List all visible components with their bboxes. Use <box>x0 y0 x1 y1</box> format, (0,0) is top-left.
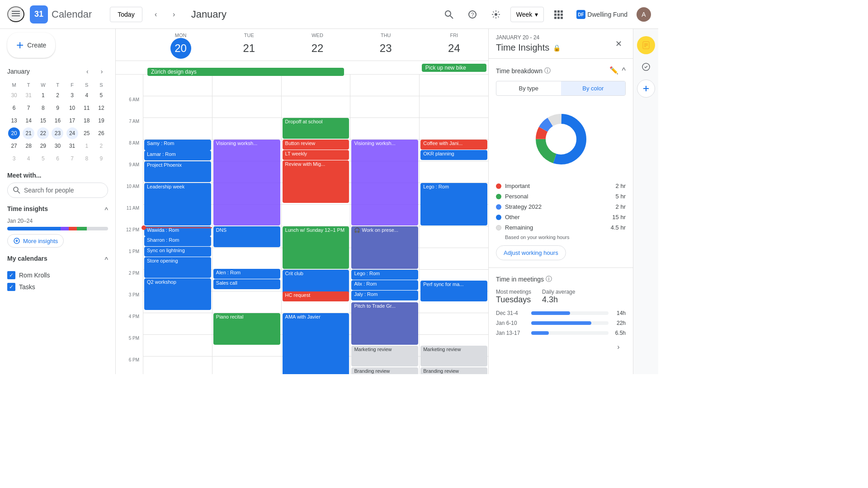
settings-icon-btn[interactable] <box>487 5 505 23</box>
mini-cal-day[interactable]: 22 <box>37 127 49 139</box>
leadership-week-event[interactable]: Leadership week <box>144 183 211 225</box>
pitch-trade-event[interactable]: Pitch to Trade Gr... <box>351 302 418 345</box>
rom-checkbox[interactable]: ✓ <box>7 271 15 279</box>
day-num-24[interactable]: 24 <box>443 38 464 59</box>
mini-cal-day[interactable]: 30 <box>8 89 20 101</box>
calendars-collapse[interactable]: ^ <box>104 256 108 264</box>
mini-cal-day[interactable]: 23 <box>52 127 63 139</box>
dns-event[interactable]: DNS <box>213 226 280 247</box>
today-button[interactable]: Today <box>110 7 142 22</box>
close-panel-button[interactable]: ✕ <box>611 37 626 51</box>
visioning-tue-event[interactable]: Visioning worksh... <box>213 140 280 225</box>
mini-cal-day[interactable]: 15 <box>37 115 49 127</box>
apps-icon-btn[interactable] <box>549 5 567 23</box>
day-num-20[interactable]: 20 <box>170 38 191 59</box>
perf-sync-event[interactable]: Perf sync for ma... <box>420 281 487 301</box>
mini-cal-day[interactable]: 31 <box>66 140 78 152</box>
zurich-event[interactable]: Zürich design days <box>147 68 344 76</box>
next-button[interactable]: › <box>166 6 182 23</box>
strip-tasks-icon[interactable] <box>637 58 655 76</box>
branding-thu-event[interactable]: Branding review <box>351 367 418 374</box>
sync-lightning-event[interactable]: Sync on lightning <box>144 247 211 257</box>
project-phoenix-event[interactable]: Project Phoenix <box>144 161 211 182</box>
coffee-jani-event[interactable]: Coffee with Jani... <box>420 140 487 150</box>
mini-cal-day[interactable]: 4 <box>23 153 34 164</box>
mini-cal-day[interactable]: 9 <box>52 102 63 114</box>
adjust-hours-button[interactable]: Adjust working hours <box>496 245 566 260</box>
ama-javier-event[interactable]: AMA with Javier <box>283 313 349 374</box>
mini-cal-day[interactable]: 27 <box>8 140 20 152</box>
strip-notes-icon[interactable] <box>637 36 655 54</box>
tasks-checkbox[interactable]: ✓ <box>7 283 15 291</box>
user-avatar[interactable]: A <box>637 7 651 22</box>
pickup-bike-event[interactable]: Pick up new bike <box>422 64 486 72</box>
mini-cal-day[interactable]: 6 <box>8 102 20 114</box>
calendar-item-rom[interactable]: ✓ Rom Krolls <box>7 269 108 281</box>
sales-call-event[interactable]: Sales call <box>213 279 280 289</box>
mini-cal-today[interactable]: 20 <box>8 127 20 139</box>
time-insights-collapse[interactable]: ^ <box>104 206 108 215</box>
mini-cal-day[interactable]: 2 <box>52 89 63 101</box>
mini-cal-day[interactable]: 2 <box>95 140 107 152</box>
breakdown-info-icon[interactable]: ⓘ <box>544 67 551 75</box>
search-people-input[interactable]: Search for people <box>7 183 108 198</box>
mini-cal-day[interactable]: 7 <box>66 153 78 164</box>
more-insights-button[interactable]: More insights <box>7 234 64 248</box>
mini-cal-day[interactable]: 21 <box>23 127 34 139</box>
mini-cal-day[interactable]: 11 <box>81 102 93 114</box>
company-logo[interactable]: DF Dwelling Fund <box>573 8 631 21</box>
breakdown-edit-icon[interactable]: ✏️ <box>609 66 618 75</box>
mini-cal-day[interactable]: 1 <box>37 89 49 101</box>
mini-cal-day[interactable]: 29 <box>37 140 49 152</box>
mini-cal-day[interactable]: 16 <box>52 115 63 127</box>
mini-cal-day[interactable]: 30 <box>52 140 63 152</box>
mini-cal-day[interactable]: 24 <box>66 127 78 139</box>
app-logo[interactable]: 31 Calendar <box>30 5 92 23</box>
mini-cal-day[interactable]: 6 <box>52 153 63 164</box>
lego-fri-event[interactable]: Lego : Rom <box>420 183 487 225</box>
mini-cal-day[interactable]: 31 <box>23 89 34 101</box>
mini-cal-day[interactable]: 28 <box>23 140 34 152</box>
store-opening-event[interactable]: Store opening <box>144 257 211 278</box>
create-button[interactable]: + Create <box>7 33 55 58</box>
mini-cal-day[interactable]: 7 <box>23 102 34 114</box>
mini-cal-day[interactable]: 3 <box>8 153 20 164</box>
tab-by-color[interactable]: By color <box>561 81 626 95</box>
q2-workshop-event[interactable]: Q2 workshop <box>144 278 211 310</box>
marketing-fri-event[interactable]: Marketing review <box>420 346 487 366</box>
mini-cal-day[interactable]: 17 <box>66 115 78 127</box>
search-icon-btn[interactable] <box>440 5 458 23</box>
mini-cal-day[interactable]: 8 <box>81 153 93 164</box>
prev-button[interactable]: ‹ <box>148 6 164 23</box>
visioning-thu-event[interactable]: Visioning worksh... <box>351 140 418 225</box>
mini-cal-next[interactable]: › <box>95 65 108 78</box>
mini-cal-day[interactable]: 19 <box>95 115 107 127</box>
day-num-22[interactable]: 22 <box>307 38 328 59</box>
meetings-info-icon[interactable]: ⓘ <box>546 275 552 283</box>
lamar-event[interactable]: Lamar : Rom <box>144 150 211 160</box>
day-num-23[interactable]: 23 <box>375 38 396 59</box>
jaly-event[interactable]: Jaly : Rom <box>351 291 418 300</box>
lunch-event[interactable]: Lunch w/ Sunday 12–1 PM <box>283 226 349 269</box>
okr-planning-event[interactable]: OKR planning <box>420 150 487 160</box>
mini-cal-day[interactable]: 5 <box>37 153 49 164</box>
work-prese-event[interactable]: 🎧 Work on prese... <box>351 226 418 269</box>
view-selector[interactable]: Week ▾ <box>510 7 544 22</box>
day-num-21[interactable]: 21 <box>239 38 259 59</box>
mini-cal-day[interactable]: 18 <box>81 115 93 127</box>
branding-fri-event[interactable]: Branding review <box>420 367 487 374</box>
menu-icon[interactable] <box>7 6 24 22</box>
breakdown-collapse-icon[interactable]: ^ <box>622 66 626 75</box>
strip-add-icon[interactable] <box>637 80 655 98</box>
hc-request-event[interactable]: HC request <box>283 291 349 301</box>
alix-event[interactable]: Alix : Rom <box>351 280 418 290</box>
calendar-item-tasks[interactable]: ✓ Tasks <box>7 281 108 293</box>
mini-cal-day[interactable]: 5 <box>95 89 107 101</box>
mini-cal-prev[interactable]: ‹ <box>81 65 94 78</box>
samy-event[interactable]: Samy : Rom <box>144 140 211 150</box>
dropoff-event[interactable]: Dropoff at school <box>283 118 349 139</box>
sharron-event[interactable]: Sharron : Rom <box>144 236 211 246</box>
button-review-event[interactable]: Button review <box>283 140 349 150</box>
tab-by-type[interactable]: By type <box>496 81 561 95</box>
mini-cal-day[interactable]: 3 <box>66 89 78 101</box>
